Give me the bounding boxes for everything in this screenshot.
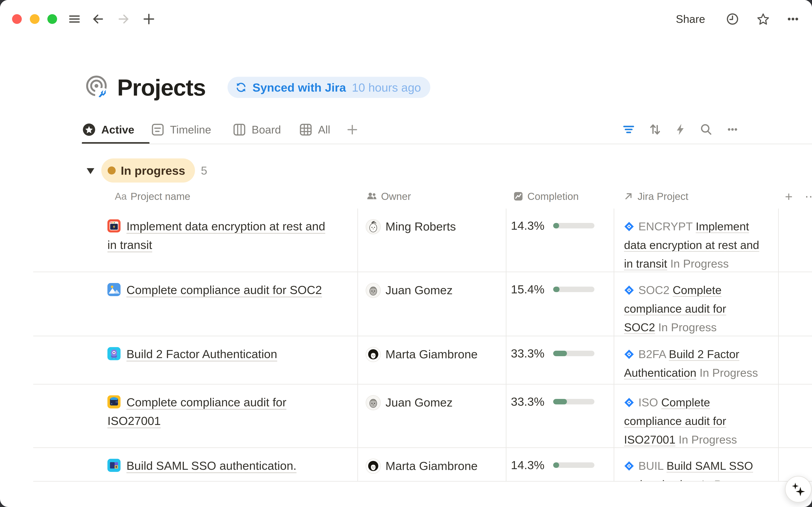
- owner-name: Juan Gomez: [385, 396, 453, 409]
- jira-status: In Progress: [658, 321, 716, 334]
- board-view-icon: [232, 122, 247, 137]
- avatar-juan-gomez: [366, 395, 381, 410]
- collapse-group-icon[interactable]: [86, 167, 95, 174]
- share-button[interactable]: Share: [676, 13, 705, 25]
- minimize-window-button[interactable]: [30, 14, 40, 24]
- completion-percent: 33.3%: [511, 346, 546, 360]
- rollup-chart-icon: [513, 191, 523, 202]
- completion-cell[interactable]: 15.4%: [506, 272, 614, 337]
- jira-project-cell[interactable]: ISO Complete compliance audit for ISO270…: [614, 385, 778, 449]
- zoom-window-button[interactable]: [47, 14, 57, 24]
- views-bar: Active Timeline Board All: [0, 114, 812, 145]
- text-property-icon: Aa: [115, 190, 127, 202]
- project-icon-alien: [108, 347, 121, 360]
- sync-time-label: 10 hours ago: [352, 80, 421, 94]
- owner-name: Marta Giambrone: [385, 347, 478, 361]
- table-header: Aa Project name Owner Completion Jira Pr…: [0, 184, 812, 208]
- jira-project-cell[interactable]: ENCRYPT Implement data encryption at res…: [614, 209, 778, 273]
- owner-cell[interactable]: Marta Giambrone: [357, 336, 506, 384]
- project-link: Implement data encryption at rest and in…: [108, 220, 325, 251]
- view-more-icon[interactable]: [725, 122, 740, 137]
- owner-name: Juan Gomez: [385, 283, 453, 297]
- views-divider: [82, 144, 812, 144]
- page-header: Projects Synced with Jira 10 hours ago: [84, 71, 430, 103]
- owner-cell[interactable]: Juan Gomez: [357, 385, 506, 449]
- jira-logo-icon: [624, 394, 634, 404]
- table-row: Build 2 Factor Authentication Marta Giam…: [33, 336, 812, 385]
- owner-cell[interactable]: Juan Gomez: [357, 272, 506, 337]
- search-icon[interactable]: [698, 122, 714, 137]
- favorite-star-icon[interactable]: [756, 12, 770, 26]
- plus-icon: [346, 123, 359, 136]
- owner-name: Marta Giambrone: [385, 459, 478, 473]
- jira-project-cell[interactable]: SOC2 Complete compliance audit for SOC2 …: [614, 272, 778, 337]
- owner-cell[interactable]: Marta Giambrone: [357, 448, 506, 482]
- empty-cell[interactable]: [778, 209, 812, 273]
- status-dot: [108, 166, 116, 174]
- jira-issue-key: B2FA: [638, 348, 666, 360]
- back-icon[interactable]: [91, 12, 105, 26]
- project-name-cell[interactable]: Build SAML SSO authentication.: [33, 448, 357, 482]
- tab-active[interactable]: Active: [82, 114, 134, 145]
- project-name-cell[interactable]: Complete compliance audit for ISO27001: [33, 385, 357, 449]
- column-header-project-name[interactable]: Aa Project name: [115, 184, 190, 208]
- project-name-cell[interactable]: Build 2 Factor Authentication: [33, 336, 357, 384]
- tab-board[interactable]: Board: [232, 114, 281, 145]
- group-status-pill[interactable]: In progress: [101, 158, 195, 182]
- completion-percent: 14.3%: [511, 458, 546, 472]
- notion-ai-button[interactable]: [785, 476, 812, 503]
- completion-cell[interactable]: 33.3%: [506, 385, 614, 449]
- jira-status: In Progress: [699, 367, 758, 379]
- completion-cell[interactable]: 14.3%: [506, 209, 614, 273]
- sidebar-menu-icon[interactable]: [68, 12, 81, 26]
- history-clock-icon[interactable]: [725, 12, 740, 26]
- more-options-icon[interactable]: [786, 12, 800, 26]
- project-name-cell[interactable]: Implement data encryption at rest and in…: [33, 209, 357, 273]
- project-icon-pixel-disk: [108, 459, 121, 472]
- table-row: Build SAML SSO authentication. Marta Gia…: [33, 448, 812, 482]
- table-body: Implement data encryption at rest and in…: [33, 209, 812, 482]
- sort-icon[interactable]: [647, 122, 663, 137]
- forward-icon[interactable]: [117, 12, 130, 26]
- avatar-juan-gomez: [366, 283, 381, 298]
- table-row: Complete compliance audit for ISO27001 J…: [33, 385, 812, 448]
- empty-cell[interactable]: [778, 385, 812, 449]
- avatar-marta-giambrone: [366, 459, 381, 474]
- jira-status: In Progress: [701, 478, 760, 482]
- jira-issue-key: ENCRYPT: [638, 220, 692, 233]
- column-header-jira-project[interactable]: Jira Project: [623, 184, 688, 208]
- table-more-icon[interactable]: ⋯: [805, 184, 812, 208]
- empty-cell[interactable]: [778, 272, 812, 337]
- automations-lightning-icon[interactable]: [673, 122, 688, 137]
- completion-cell[interactable]: 33.3%: [506, 336, 614, 384]
- tab-all[interactable]: All: [299, 114, 330, 145]
- jira-issue-key: BUIL: [638, 459, 663, 472]
- add-column-button[interactable]: +: [785, 184, 793, 208]
- page-icon-target[interactable]: [84, 75, 110, 100]
- jira-issue-key: ISO: [638, 396, 658, 409]
- owner-name: Ming Roberts: [385, 220, 456, 233]
- owner-cell[interactable]: Ming Roberts: [357, 209, 506, 273]
- jira-issue-key: SOC2: [638, 284, 670, 296]
- table-view-icon: [299, 122, 313, 137]
- empty-cell[interactable]: [778, 336, 812, 384]
- close-window-button[interactable]: [12, 14, 22, 24]
- group-label: In progress: [121, 164, 185, 177]
- jira-project-cell[interactable]: B2FA Build 2 Factor Authentication In Pr…: [614, 336, 778, 384]
- people-icon: [366, 191, 377, 202]
- jira-project-cell[interactable]: BUIL Build SAML SSO authentication. In P…: [614, 448, 778, 482]
- tab-timeline[interactable]: Timeline: [150, 114, 211, 145]
- jira-logo-icon: [624, 282, 634, 292]
- add-view-button[interactable]: [346, 114, 359, 145]
- completion-percent: 14.3%: [511, 219, 546, 232]
- jira-sync-badge[interactable]: Synced with Jira 10 hours ago: [228, 77, 430, 98]
- filter-icon[interactable]: [621, 122, 636, 137]
- column-header-owner[interactable]: Owner: [366, 184, 411, 208]
- project-name-cell[interactable]: Complete compliance audit for SOC2: [33, 272, 357, 337]
- timeline-view-icon: [150, 122, 165, 137]
- page-title[interactable]: Projects: [117, 74, 205, 101]
- new-tab-icon[interactable]: [142, 12, 155, 26]
- jira-status: In Progress: [670, 257, 729, 270]
- completion-cell[interactable]: 14.3%: [506, 448, 614, 482]
- column-header-completion[interactable]: Completion: [513, 184, 579, 208]
